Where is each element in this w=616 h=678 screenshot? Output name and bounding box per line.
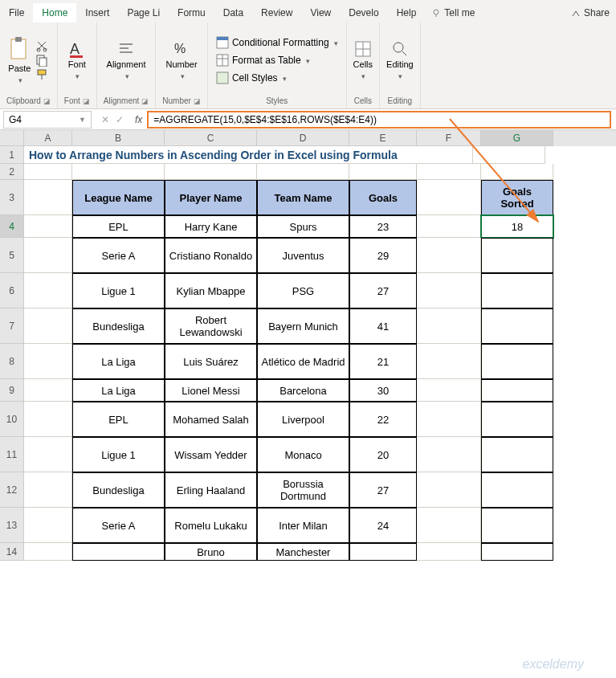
cells-button[interactable]: Cells bbox=[353, 40, 373, 80]
tab-help[interactable]: Help bbox=[388, 3, 426, 22]
cell[interactable] bbox=[24, 308, 72, 344]
cell[interactable] bbox=[481, 508, 553, 543]
cancel-icon[interactable]: ✕ bbox=[101, 114, 109, 125]
cell[interactable]: 23 bbox=[349, 215, 417, 238]
cell[interactable] bbox=[481, 273, 553, 308]
cell[interactable]: La Liga bbox=[72, 344, 165, 379]
row-header[interactable]: 6 bbox=[0, 273, 24, 308]
cell[interactable] bbox=[24, 508, 72, 543]
cell[interactable] bbox=[481, 472, 553, 508]
cell[interactable] bbox=[417, 215, 481, 238]
cell[interactable]: Inter Milan bbox=[257, 508, 349, 543]
share-button[interactable]: Share bbox=[565, 3, 616, 22]
editing-button[interactable]: Editing bbox=[386, 40, 414, 80]
cell[interactable]: Bundesliga bbox=[72, 308, 165, 344]
cell[interactable]: Romelu Lukaku bbox=[165, 508, 257, 543]
cell[interactable]: Serie A bbox=[72, 508, 165, 543]
tab-file[interactable]: File bbox=[0, 3, 33, 22]
table-header[interactable]: Goals bbox=[349, 180, 417, 215]
tab-data[interactable]: Data bbox=[214, 3, 252, 22]
cell[interactable]: 41 bbox=[349, 308, 417, 344]
row-header[interactable]: 7 bbox=[0, 308, 24, 344]
cell[interactable] bbox=[481, 402, 553, 437]
cell[interactable]: 24 bbox=[349, 508, 417, 543]
conditional-formatting-button[interactable]: Conditional Formatting bbox=[214, 35, 340, 50]
cell[interactable] bbox=[417, 508, 481, 543]
row-header[interactable]: 8 bbox=[0, 344, 24, 379]
cell[interactable]: 30 bbox=[349, 379, 417, 402]
cell[interactable]: Juventus bbox=[257, 238, 349, 273]
cell[interactable] bbox=[417, 437, 481, 472]
cell[interactable] bbox=[24, 238, 72, 273]
cell[interactable]: EPL bbox=[72, 402, 165, 437]
copy-icon[interactable] bbox=[35, 54, 48, 67]
cell[interactable]: La Liga bbox=[72, 379, 165, 402]
cell[interactable]: Bundesliga bbox=[72, 472, 165, 508]
tab-insert[interactable]: Insert bbox=[76, 3, 118, 22]
tab-pageli[interactable]: Page Li bbox=[118, 3, 169, 22]
cell[interactable]: Liverpool bbox=[257, 402, 349, 437]
select-all-corner[interactable] bbox=[0, 130, 24, 146]
tab-home[interactable]: Home bbox=[33, 3, 76, 22]
table-header[interactable]: League Name bbox=[72, 180, 165, 215]
cell[interactable] bbox=[24, 379, 72, 402]
cell[interactable] bbox=[417, 273, 481, 308]
cell[interactable]: Luis Suárez bbox=[165, 344, 257, 379]
row-header[interactable]: 13 bbox=[0, 508, 24, 543]
cell[interactable] bbox=[481, 238, 553, 273]
name-box[interactable]: G4 ▼ bbox=[3, 111, 92, 129]
row-header[interactable]: 3 bbox=[0, 180, 24, 215]
fx-icon[interactable]: fx bbox=[130, 114, 147, 125]
cell-styles-button[interactable]: Cell Styles bbox=[214, 71, 340, 85]
table-header[interactable]: Team Name bbox=[257, 180, 349, 215]
col-header-B[interactable]: B bbox=[72, 130, 165, 146]
cell[interactable] bbox=[417, 308, 481, 344]
cell[interactable] bbox=[24, 344, 72, 379]
sheet-title[interactable]: How to Arrange Numbers in Ascending Orde… bbox=[24, 146, 473, 164]
cell[interactable]: Bruno bbox=[165, 543, 257, 561]
row-header[interactable]: 4 bbox=[0, 215, 24, 238]
cell[interactable] bbox=[481, 308, 553, 344]
table-header[interactable]: Player Name bbox=[165, 180, 257, 215]
cell[interactable] bbox=[417, 238, 481, 273]
cell[interactable] bbox=[349, 543, 417, 561]
cell[interactable]: Atlético de Madrid bbox=[257, 344, 349, 379]
tell-me[interactable]: Tell me bbox=[425, 3, 481, 22]
cell[interactable] bbox=[481, 543, 553, 561]
cell[interactable] bbox=[24, 472, 72, 508]
alignment-button[interactable]: Alignment bbox=[107, 40, 146, 80]
cell[interactable]: Borussia Dortmund bbox=[257, 472, 349, 508]
cell[interactable] bbox=[417, 402, 481, 437]
col-header-G[interactable]: G bbox=[481, 130, 553, 146]
cell[interactable] bbox=[473, 146, 545, 164]
cell[interactable]: Erling Haaland bbox=[165, 472, 257, 508]
cell[interactable]: 27 bbox=[349, 472, 417, 508]
cell[interactable] bbox=[481, 344, 553, 379]
cell[interactable] bbox=[24, 437, 72, 472]
cell[interactable]: PSG bbox=[257, 273, 349, 308]
cell[interactable]: Monaco bbox=[257, 437, 349, 472]
cell[interactable]: 22 bbox=[349, 402, 417, 437]
row-header[interactable]: 10 bbox=[0, 402, 24, 437]
cell[interactable]: 20 bbox=[349, 437, 417, 472]
row-header[interactable]: 1 bbox=[0, 146, 24, 164]
col-header-A[interactable]: A bbox=[24, 130, 72, 146]
cell[interactable]: Barcelona bbox=[257, 379, 349, 402]
row-header[interactable]: 2 bbox=[0, 164, 24, 180]
cell[interactable] bbox=[72, 543, 165, 561]
number-button[interactable]: % Number bbox=[166, 40, 198, 80]
cell[interactable]: Wissam Yedder bbox=[165, 437, 257, 472]
col-header-C[interactable]: C bbox=[165, 130, 257, 146]
enter-icon[interactable]: ✓ bbox=[116, 114, 124, 125]
row-header[interactable]: 11 bbox=[0, 437, 24, 472]
row-header[interactable]: 5 bbox=[0, 238, 24, 273]
cell[interactable]: Harry Kane bbox=[165, 215, 257, 238]
cell[interactable]: Lionel Messi bbox=[165, 379, 257, 402]
cell[interactable] bbox=[481, 379, 553, 402]
cell[interactable]: Serie A bbox=[72, 238, 165, 273]
cell[interactable] bbox=[481, 437, 553, 472]
col-header-D[interactable]: D bbox=[257, 130, 349, 146]
cell[interactable] bbox=[24, 215, 72, 238]
cell[interactable] bbox=[417, 379, 481, 402]
tab-view[interactable]: View bbox=[301, 3, 340, 22]
